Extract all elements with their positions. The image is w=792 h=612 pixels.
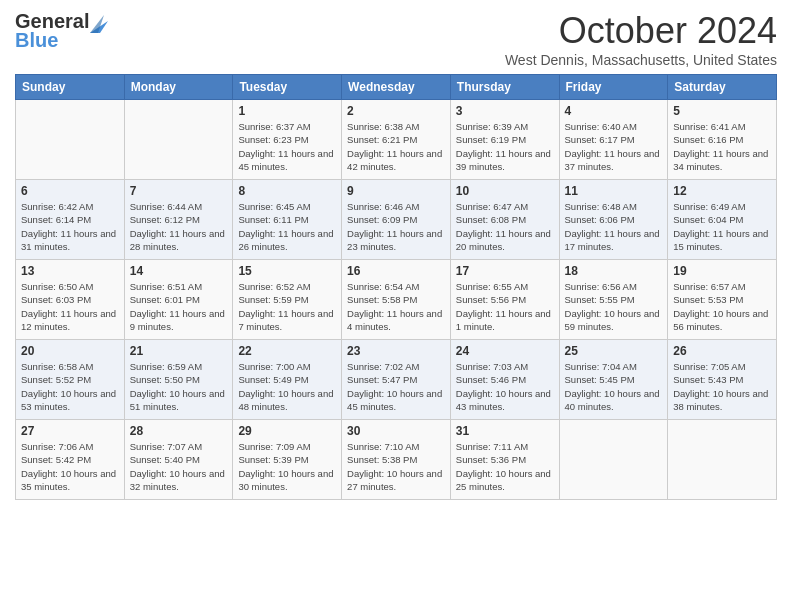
daylight-text: Daylight: 11 hours and 23 minutes. — [347, 227, 445, 254]
logo-blue-text: Blue — [15, 29, 58, 52]
day-number: 23 — [347, 344, 445, 358]
col-tuesday: Tuesday — [233, 75, 342, 100]
sunrise-text: Sunrise: 6:55 AM — [456, 280, 554, 293]
table-row: 20Sunrise: 6:58 AMSunset: 5:52 PMDayligh… — [16, 340, 125, 420]
day-number: 29 — [238, 424, 336, 438]
day-info: Sunrise: 6:47 AMSunset: 6:08 PMDaylight:… — [456, 200, 554, 253]
day-info: Sunrise: 6:45 AMSunset: 6:11 PMDaylight:… — [238, 200, 336, 253]
sunset-text: Sunset: 6:12 PM — [130, 213, 228, 226]
svg-marker-1 — [90, 15, 104, 33]
table-row: 15Sunrise: 6:52 AMSunset: 5:59 PMDayligh… — [233, 260, 342, 340]
day-info: Sunrise: 6:51 AMSunset: 6:01 PMDaylight:… — [130, 280, 228, 333]
daylight-text: Daylight: 11 hours and 12 minutes. — [21, 307, 119, 334]
sunrise-text: Sunrise: 6:47 AM — [456, 200, 554, 213]
day-number: 21 — [130, 344, 228, 358]
sunset-text: Sunset: 5:52 PM — [21, 373, 119, 386]
daylight-text: Daylight: 10 hours and 25 minutes. — [456, 467, 554, 494]
sunrise-text: Sunrise: 7:02 AM — [347, 360, 445, 373]
sunrise-text: Sunrise: 7:00 AM — [238, 360, 336, 373]
daylight-text: Daylight: 11 hours and 15 minutes. — [673, 227, 771, 254]
day-number: 6 — [21, 184, 119, 198]
table-row: 11Sunrise: 6:48 AMSunset: 6:06 PMDayligh… — [559, 180, 668, 260]
col-thursday: Thursday — [450, 75, 559, 100]
day-info: Sunrise: 7:07 AMSunset: 5:40 PMDaylight:… — [130, 440, 228, 493]
sunset-text: Sunset: 5:36 PM — [456, 453, 554, 466]
logo: General Blue — [15, 10, 108, 52]
day-number: 4 — [565, 104, 663, 118]
day-info: Sunrise: 7:06 AMSunset: 5:42 PMDaylight:… — [21, 440, 119, 493]
daylight-text: Daylight: 11 hours and 28 minutes. — [130, 227, 228, 254]
table-row: 30Sunrise: 7:10 AMSunset: 5:38 PMDayligh… — [342, 420, 451, 500]
sunrise-text: Sunrise: 6:56 AM — [565, 280, 663, 293]
day-info: Sunrise: 6:55 AMSunset: 5:56 PMDaylight:… — [456, 280, 554, 333]
day-number: 22 — [238, 344, 336, 358]
day-info: Sunrise: 6:56 AMSunset: 5:55 PMDaylight:… — [565, 280, 663, 333]
day-number: 8 — [238, 184, 336, 198]
sunset-text: Sunset: 6:16 PM — [673, 133, 771, 146]
sunset-text: Sunset: 6:19 PM — [456, 133, 554, 146]
sunrise-text: Sunrise: 7:03 AM — [456, 360, 554, 373]
sunset-text: Sunset: 5:55 PM — [565, 293, 663, 306]
day-info: Sunrise: 6:37 AMSunset: 6:23 PMDaylight:… — [238, 120, 336, 173]
calendar-header-row: Sunday Monday Tuesday Wednesday Thursday… — [16, 75, 777, 100]
table-row: 25Sunrise: 7:04 AMSunset: 5:45 PMDayligh… — [559, 340, 668, 420]
table-row: 3Sunrise: 6:39 AMSunset: 6:19 PMDaylight… — [450, 100, 559, 180]
table-row: 6Sunrise: 6:42 AMSunset: 6:14 PMDaylight… — [16, 180, 125, 260]
table-row: 22Sunrise: 7:00 AMSunset: 5:49 PMDayligh… — [233, 340, 342, 420]
daylight-text: Daylight: 11 hours and 20 minutes. — [456, 227, 554, 254]
table-row: 24Sunrise: 7:03 AMSunset: 5:46 PMDayligh… — [450, 340, 559, 420]
sunset-text: Sunset: 5:39 PM — [238, 453, 336, 466]
table-row: 31Sunrise: 7:11 AMSunset: 5:36 PMDayligh… — [450, 420, 559, 500]
day-info: Sunrise: 6:50 AMSunset: 6:03 PMDaylight:… — [21, 280, 119, 333]
sunset-text: Sunset: 5:58 PM — [347, 293, 445, 306]
day-info: Sunrise: 6:52 AMSunset: 5:59 PMDaylight:… — [238, 280, 336, 333]
table-row — [668, 420, 777, 500]
sunrise-text: Sunrise: 7:04 AM — [565, 360, 663, 373]
header: General Blue October 2024 West Dennis, M… — [15, 10, 777, 68]
table-row — [559, 420, 668, 500]
sunrise-text: Sunrise: 6:48 AM — [565, 200, 663, 213]
daylight-text: Daylight: 11 hours and 4 minutes. — [347, 307, 445, 334]
table-row: 28Sunrise: 7:07 AMSunset: 5:40 PMDayligh… — [124, 420, 233, 500]
sunrise-text: Sunrise: 6:39 AM — [456, 120, 554, 133]
day-number: 25 — [565, 344, 663, 358]
table-row: 10Sunrise: 6:47 AMSunset: 6:08 PMDayligh… — [450, 180, 559, 260]
day-number: 18 — [565, 264, 663, 278]
table-row — [16, 100, 125, 180]
sunrise-text: Sunrise: 7:09 AM — [238, 440, 336, 453]
sunset-text: Sunset: 5:50 PM — [130, 373, 228, 386]
daylight-text: Daylight: 11 hours and 26 minutes. — [238, 227, 336, 254]
daylight-text: Daylight: 10 hours and 43 minutes. — [456, 387, 554, 414]
sunset-text: Sunset: 5:46 PM — [456, 373, 554, 386]
day-info: Sunrise: 6:46 AMSunset: 6:09 PMDaylight:… — [347, 200, 445, 253]
sunrise-text: Sunrise: 6:44 AM — [130, 200, 228, 213]
table-row: 7Sunrise: 6:44 AMSunset: 6:12 PMDaylight… — [124, 180, 233, 260]
day-number: 12 — [673, 184, 771, 198]
sunset-text: Sunset: 6:06 PM — [565, 213, 663, 226]
sunrise-text: Sunrise: 6:45 AM — [238, 200, 336, 213]
sunset-text: Sunset: 5:47 PM — [347, 373, 445, 386]
daylight-text: Daylight: 10 hours and 48 minutes. — [238, 387, 336, 414]
table-row: 19Sunrise: 6:57 AMSunset: 5:53 PMDayligh… — [668, 260, 777, 340]
daylight-text: Daylight: 11 hours and 1 minute. — [456, 307, 554, 334]
day-info: Sunrise: 7:10 AMSunset: 5:38 PMDaylight:… — [347, 440, 445, 493]
sunset-text: Sunset: 6:21 PM — [347, 133, 445, 146]
day-number: 31 — [456, 424, 554, 438]
daylight-text: Daylight: 11 hours and 9 minutes. — [130, 307, 228, 334]
calendar-week-row: 13Sunrise: 6:50 AMSunset: 6:03 PMDayligh… — [16, 260, 777, 340]
sunrise-text: Sunrise: 6:42 AM — [21, 200, 119, 213]
table-row: 8Sunrise: 6:45 AMSunset: 6:11 PMDaylight… — [233, 180, 342, 260]
sunrise-text: Sunrise: 6:59 AM — [130, 360, 228, 373]
table-row: 16Sunrise: 6:54 AMSunset: 5:58 PMDayligh… — [342, 260, 451, 340]
daylight-text: Daylight: 11 hours and 39 minutes. — [456, 147, 554, 174]
day-info: Sunrise: 6:40 AMSunset: 6:17 PMDaylight:… — [565, 120, 663, 173]
calendar-week-row: 27Sunrise: 7:06 AMSunset: 5:42 PMDayligh… — [16, 420, 777, 500]
sunrise-text: Sunrise: 7:11 AM — [456, 440, 554, 453]
sunrise-text: Sunrise: 6:58 AM — [21, 360, 119, 373]
sunset-text: Sunset: 5:43 PM — [673, 373, 771, 386]
daylight-text: Daylight: 10 hours and 38 minutes. — [673, 387, 771, 414]
day-number: 30 — [347, 424, 445, 438]
sunset-text: Sunset: 6:09 PM — [347, 213, 445, 226]
day-info: Sunrise: 6:49 AMSunset: 6:04 PMDaylight:… — [673, 200, 771, 253]
day-info: Sunrise: 6:42 AMSunset: 6:14 PMDaylight:… — [21, 200, 119, 253]
